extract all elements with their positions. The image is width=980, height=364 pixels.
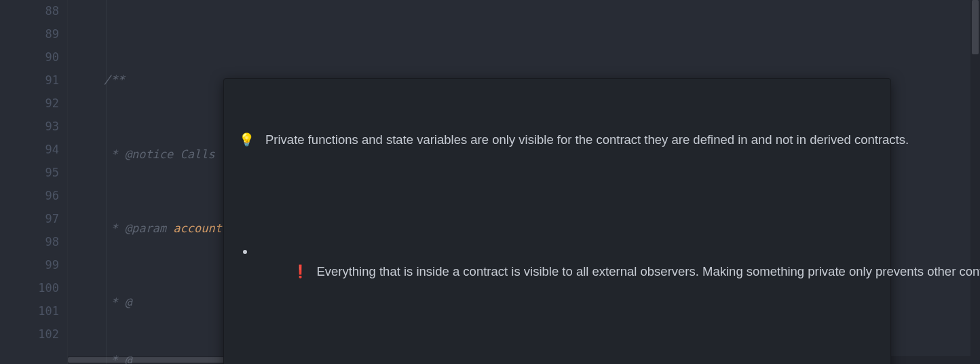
vertical-scrollbar-thumb[interactable] [972, 0, 979, 54]
line-number: 98 [0, 231, 59, 254]
line-number-gutter: 888990919293949596979899100101102 [0, 0, 68, 364]
code-area[interactable]: /** * @notice Calls the function with se… [68, 0, 980, 364]
line-number: 100 [0, 277, 59, 300]
indent-guide [106, 0, 107, 364]
line-number: 97 [0, 208, 59, 231]
line-number: 101 [0, 300, 59, 323]
hover-tooltip[interactable]: 💡 Private functions and state variables … [223, 78, 891, 364]
tooltip-warning-item: ❗Everything that is inside a contract is… [255, 241, 875, 302]
line-number: 90 [0, 46, 59, 69]
vertical-scrollbar[interactable] [970, 0, 980, 364]
line-number: 94 [0, 139, 59, 162]
warning-icon: ❗ [293, 264, 308, 278]
line-number: 91 [0, 69, 59, 92]
line-number: 102 [0, 323, 59, 346]
line-number: 93 [0, 115, 59, 139]
line-number: 99 [0, 254, 59, 277]
tooltip-secondary-text: Everything that is inside a contract is … [316, 264, 980, 278]
line-number: 88 [0, 0, 59, 23]
tooltip-primary-text: Private functions and state variables ar… [265, 130, 909, 150]
line-number: 92 [0, 92, 59, 115]
lightbulb-icon: 💡 [239, 130, 255, 150]
line-number: 96 [0, 185, 59, 208]
code-editor[interactable]: 888990919293949596979899100101102 /** * … [0, 0, 980, 364]
line-number: 89 [0, 23, 59, 46]
line-number: 95 [0, 162, 59, 185]
